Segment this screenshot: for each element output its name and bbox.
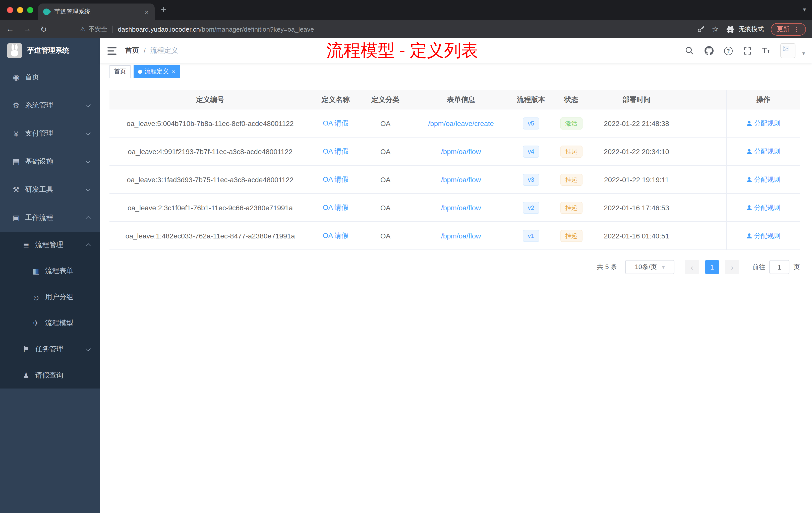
definition-category: OA — [360, 110, 410, 137]
forward-button[interactable]: → — [23, 25, 31, 34]
form-link[interactable]: /bpm/oa/flow — [441, 204, 481, 212]
goto-label: 前往 — [752, 263, 765, 272]
prev-page-button[interactable]: ‹ — [685, 260, 699, 274]
sidebar-item-label: 流程表单 — [45, 267, 73, 276]
url-host: dashboard.yudao.iocoder.cn — [118, 25, 200, 33]
table-row: oa_leave:4:991f2193-7b7f-11ec-a3c8-acde4… — [110, 138, 800, 165]
app-root: 芋道管理系统 ◉ 首页 ⚙ 系统管理 ¥ 支付管理 ▤ 基础设施 — [0, 38, 812, 513]
active-tag-dot — [138, 69, 142, 73]
tag-close-icon[interactable]: × — [172, 68, 175, 74]
bookmark-star-icon[interactable]: ☆ — [712, 25, 719, 34]
column-header: 定义分类 — [360, 90, 410, 109]
close-window-button[interactable] — [7, 7, 13, 13]
new-tab-button[interactable]: + — [161, 4, 166, 15]
definition-name-link[interactable]: OA 请假 — [323, 147, 349, 156]
status-badge: 挂起 — [560, 145, 582, 157]
definition-id: oa_leave:5:004b710b-7b8a-11ec-8ef0-acde4… — [110, 110, 311, 137]
browser-update-button[interactable]: 更新 ⋮ — [771, 23, 806, 35]
page-number-button[interactable]: 1 — [705, 260, 719, 274]
assign-rule-button[interactable]: 分配规则 — [746, 147, 780, 156]
sidebar-item-infrastructure[interactable]: ▤ 基础设施 — [0, 148, 100, 176]
sidebar-item-system[interactable]: ⚙ 系统管理 — [0, 91, 100, 119]
hamburger-icon[interactable] — [100, 47, 124, 55]
back-button[interactable]: ← — [6, 25, 14, 34]
version-badge: v4 — [523, 145, 539, 157]
page-size-select[interactable]: 10条/页 ▾ — [625, 260, 674, 274]
tab-search-icon[interactable]: ▾ — [803, 6, 806, 13]
deploy-time: 2022-01-22 19:19:11 — [592, 165, 681, 193]
assign-rule-button[interactable]: 分配规则 — [746, 203, 780, 212]
row-filler — [681, 138, 726, 165]
sidebar-item-process-model[interactable]: ✈ 流程模型 — [0, 310, 100, 336]
search-icon[interactable] — [685, 46, 694, 55]
column-header-filler — [681, 90, 726, 109]
sidebar-logo[interactable]: 芋道管理系统 — [0, 38, 100, 63]
column-header: 操作 — [726, 90, 800, 109]
github-icon[interactable] — [704, 46, 713, 55]
security-warning-icon[interactable]: ⚠ — [80, 26, 86, 33]
window-controls — [7, 7, 33, 13]
sidebar-item-process-management[interactable]: ≣ 流程管理 — [0, 232, 100, 258]
sidebar-item-devtools[interactable]: ⚒ 研发工具 — [0, 176, 100, 204]
user-menu-caret-icon[interactable]: ▾ — [802, 50, 805, 57]
gear-icon: ⚙ — [10, 101, 22, 110]
next-page-button[interactable]: › — [725, 260, 739, 274]
form-link[interactable]: /bpm/oa/leave/create — [428, 119, 494, 127]
person-icon: ♟ — [20, 371, 32, 380]
definition-name-link[interactable]: OA 请假 — [323, 203, 349, 212]
sidebar-item-label: 流程模型 — [45, 319, 73, 328]
goto-page-input[interactable] — [769, 260, 789, 274]
definition-table: 定义编号 定义名称 定义分类 表单信息 流程版本 状态 部署时间 操作 oa_l… — [110, 90, 800, 250]
definition-name-link[interactable]: OA 请假 — [323, 119, 349, 128]
flag-icon: ⚑ — [20, 345, 32, 354]
form-link[interactable]: /bpm/oa/flow — [441, 147, 481, 155]
maximize-window-button[interactable] — [27, 7, 33, 13]
breadcrumb-separator: / — [144, 47, 146, 55]
sidebar-item-label: 基础设施 — [25, 157, 53, 166]
fullscreen-icon[interactable] — [743, 47, 752, 55]
sidebar-item-user-group[interactable]: ☺ 用户分组 — [0, 284, 100, 310]
sidebar-item-workflow[interactable]: ▣ 工作流程 — [0, 204, 100, 232]
security-label[interactable]: 不安全 — [88, 25, 107, 33]
tab-favicon-icon — [42, 7, 51, 17]
sidebar-item-label: 研发工具 — [25, 185, 53, 194]
user-icon — [746, 120, 752, 126]
assign-rule-button[interactable]: 分配规则 — [746, 231, 780, 240]
definition-id: oa_leave:1:482ec033-762a-11ec-8477-a2380… — [110, 222, 311, 249]
definition-name-link[interactable]: OA 请假 — [323, 175, 349, 184]
avatar[interactable] — [781, 43, 796, 58]
definition-name-link[interactable]: OA 请假 — [323, 231, 349, 240]
tag-home[interactable]: 首页 — [110, 65, 130, 78]
column-header: 定义编号 — [110, 90, 311, 109]
tag-process-definition[interactable]: 流程定义 × — [134, 65, 180, 78]
browser-menu-icon[interactable]: ⋮ — [793, 25, 800, 33]
address-bar[interactable]: dashboard.yudao.iocoder.cn/bpm/manager/d… — [118, 25, 314, 33]
row-filler — [681, 165, 726, 193]
font-size-icon[interactable]: TT — [762, 47, 770, 55]
definition-category: OA — [360, 138, 410, 165]
assign-rule-button[interactable]: 分配规则 — [746, 175, 780, 184]
assign-rule-button[interactable]: 分配规则 — [746, 119, 780, 128]
column-header: 表单信息 — [410, 90, 512, 109]
help-icon[interactable]: ? — [724, 47, 732, 55]
tab-close-icon[interactable]: × — [144, 8, 150, 16]
browser-tab[interactable]: 芋道管理系统 × — [38, 3, 155, 20]
sidebar-item-payment[interactable]: ¥ 支付管理 — [0, 119, 100, 148]
goto-unit: 页 — [793, 263, 800, 272]
password-key-icon[interactable] — [697, 25, 705, 33]
sidebar-item-label: 系统管理 — [25, 101, 53, 110]
reload-button[interactable]: ↻ — [40, 24, 47, 34]
form-link[interactable]: /bpm/oa/flow — [441, 232, 481, 240]
form-link[interactable]: /bpm/oa/flow — [441, 175, 481, 183]
minimize-window-button[interactable] — [17, 7, 23, 13]
sidebar-item-leave-query[interactable]: ♟ 请假查询 — [0, 362, 100, 389]
home-icon: ◉ — [10, 73, 22, 82]
sidebar-item-home[interactable]: ◉ 首页 — [0, 63, 100, 91]
table-row: oa_leave:3:1fad3d93-7b75-11ec-a3c8-acde4… — [110, 165, 800, 194]
table-row: oa_leave:2:3c1f0ef1-76b1-11ec-9c66-a2380… — [110, 194, 800, 222]
row-filler — [681, 194, 726, 221]
document-icon: ▥ — [30, 267, 42, 276]
sidebar-item-task-management[interactable]: ⚑ 任务管理 — [0, 336, 100, 362]
breadcrumb-home[interactable]: 首页 — [125, 46, 139, 55]
sidebar-item-process-form[interactable]: ▥ 流程表单 — [0, 258, 100, 284]
